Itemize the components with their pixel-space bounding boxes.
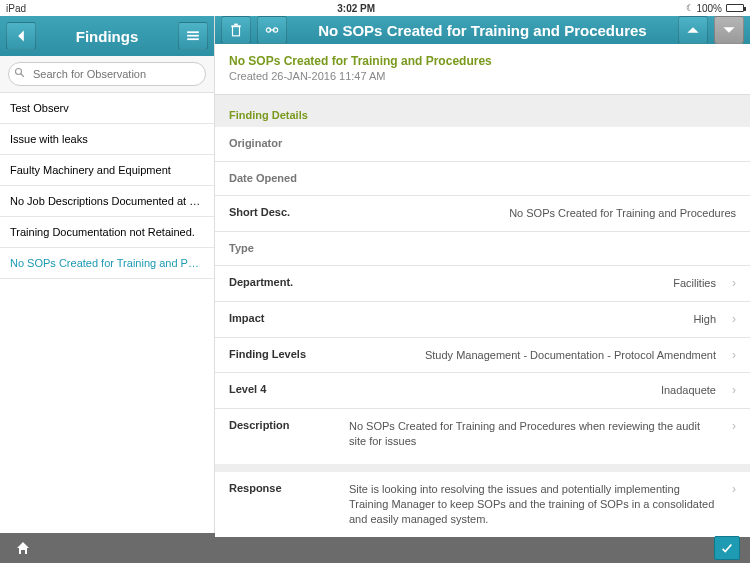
row-label: Date Opened [229,172,349,184]
list-item[interactable]: Training Documentation not Retained. [0,217,214,248]
up-button[interactable] [678,16,708,44]
row-label: Type [229,242,349,254]
row-label: Originator [229,137,349,149]
row-type: Type [215,231,750,265]
link-button[interactable] [257,16,287,44]
down-button[interactable] [714,16,744,44]
bottom-toolbar [0,533,750,563]
chevron-right-icon: › [722,482,736,496]
row-value: High [349,312,716,327]
list-item[interactable]: No SOPs Created for Training and P… [0,248,214,279]
row-response[interactable]: Response Site is looking into resolving … [215,464,750,537]
list-item[interactable]: No Job Descriptions Documented at F… [0,186,214,217]
row-level4[interactable]: Level 4 Inadaquete › [215,372,750,408]
chevron-right-icon: › [722,383,736,397]
svg-rect-6 [231,25,240,27]
chevron-right-icon: › [722,312,736,326]
detail-toolbar: No SOPs Created for Training and Procedu… [215,16,750,44]
row-short-desc: Short Desc. No SOPs Created for Training… [215,195,750,231]
back-button[interactable] [6,22,36,50]
detail-header-title: No SOPs Created for Training and Procedu… [293,22,672,39]
detail-pane: No SOPs Created for Training and Procedu… [215,16,750,533]
row-value: No SOPs Created for Training and Procedu… [349,206,736,221]
chevron-right-icon: › [722,419,736,433]
row-label: Impact [229,312,349,324]
svg-rect-5 [233,27,240,36]
search-input[interactable] [8,62,206,86]
row-label: Finding Levels [229,348,349,360]
list-item[interactable]: Issue with leaks [0,124,214,155]
row-value: Site is looking into resolving the issue… [349,482,716,527]
row-label: Department. [229,276,349,288]
findings-list: Test Observ Issue with leaks Faulty Mach… [0,93,214,533]
svg-line-4 [21,74,24,77]
svg-rect-2 [187,38,199,40]
section-label: Finding Details [215,95,750,127]
home-button[interactable] [10,536,36,560]
row-label: Level 4 [229,383,349,395]
row-description[interactable]: Description No SOPs Created for Training… [215,408,750,464]
search-wrap [0,56,214,93]
sidebar-toolbar: Findings [0,16,214,56]
row-value: Facilities [349,276,716,291]
detail-created: Created 26-JAN-2016 11:47 AM [229,70,736,82]
row-label: Short Desc. [229,206,349,218]
row-label: Description [229,419,349,431]
confirm-button[interactable] [714,536,740,560]
delete-button[interactable] [221,16,251,44]
svg-rect-0 [187,31,199,33]
row-value: Study Management - Documentation - Proto… [349,348,716,363]
row-value: No SOPs Created for Training and Procedu… [349,419,716,449]
search-icon [14,67,26,79]
sidebar-title: Findings [42,28,172,45]
row-label: Response [229,482,349,494]
svg-rect-7 [234,24,238,26]
clock: 3:02 PM [26,3,686,14]
row-originator: Originator [215,127,750,161]
chevron-right-icon: › [722,348,736,362]
svg-rect-1 [187,35,199,37]
chevron-right-icon: › [722,276,736,290]
row-finding-levels[interactable]: Finding Levels Study Management - Docume… [215,337,750,373]
list-button[interactable] [178,22,208,50]
detail-summary: No SOPs Created for Training and Procedu… [215,44,750,95]
battery-pct: 100% [696,3,722,14]
list-item[interactable]: Faulty Machinery and Equipment [0,155,214,186]
row-value: Inadaquete [349,383,716,398]
row-date-opened: Date Opened [215,161,750,195]
battery-icon [726,4,744,12]
sidebar: Findings Test Observ Issue with leaks Fa… [0,16,215,533]
detail-title: No SOPs Created for Training and Procedu… [229,54,736,68]
device-label: iPad [6,3,26,14]
detail-rows: Originator Date Opened Short Desc. No SO… [215,127,750,537]
row-impact[interactable]: Impact High › [215,301,750,337]
do-not-disturb-icon: ☾ [686,3,694,13]
svg-point-3 [16,69,22,75]
row-department[interactable]: Department. Facilities › [215,265,750,301]
status-bar: iPad 3:02 PM ☾ 100% [0,0,750,16]
svg-rect-10 [269,29,274,30]
list-item[interactable]: Test Observ [0,93,214,124]
